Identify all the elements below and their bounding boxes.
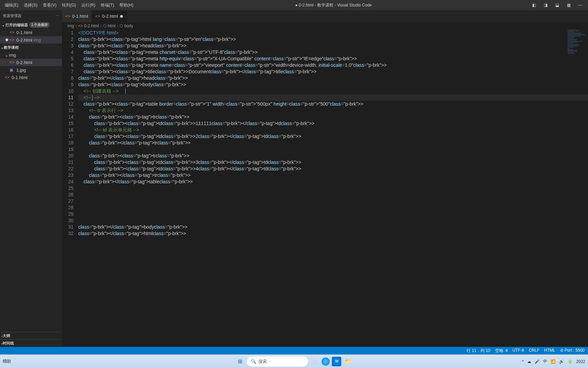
menu-terminal[interactable]: 终端(T) [98, 1, 117, 10]
open-editors-header[interactable]: ⌄ 打开的编辑器 1 个未保存 [0, 21, 62, 29]
editor-tabs: <> 0-1.html <> 0-2.html [62, 10, 588, 22]
open-editor-item[interactable]: <> 0-2.html img [0, 36, 62, 44]
tab[interactable]: <> 0-2.html [92, 10, 127, 22]
indentation[interactable]: 空格: 4 [495, 348, 508, 354]
minimap[interactable] [568, 30, 588, 71]
menu-go[interactable]: 转到(G) [59, 1, 79, 10]
edge-icon[interactable] [322, 357, 330, 366]
search-icon: 🔍 [251, 359, 256, 364]
html-icon: <> [95, 14, 100, 19]
html-icon: <> [78, 24, 83, 28]
volume-icon[interactable]: 🔊 [559, 359, 564, 364]
weather-widget[interactable]: 晴朗 [3, 358, 11, 364]
language-mode[interactable]: HTML [544, 348, 555, 354]
timeline-section[interactable]: ›时间线 [0, 339, 62, 347]
dirty-dot-icon [120, 15, 123, 18]
layout-icon-4[interactable]: ▦ [566, 3, 572, 7]
menu-run[interactable]: 运行(R) [79, 1, 98, 10]
menu-select[interactable]: 选择(S) [21, 1, 40, 10]
encoding[interactable]: UTF-8 [512, 348, 524, 354]
menu-help[interactable]: 帮助(H) [117, 1, 136, 10]
dirty-dot-icon [5, 39, 8, 41]
ime-icon[interactable]: 中 [543, 358, 547, 364]
battery-icon[interactable]: 🔋 [568, 359, 573, 364]
breadcrumb[interactable]: img › <> 0-2.html › ⬡ html › ⬡ body [62, 22, 588, 30]
window-title: ● 0-2.html - 教学课程 - Visual Studio Code [136, 2, 531, 8]
minimize-icon[interactable]: — [577, 3, 583, 7]
layout-icon-1[interactable]: ◧ [531, 3, 537, 7]
html-icon: <> [65, 14, 70, 19]
vscode-icon[interactable]: ≋ [332, 357, 341, 366]
start-button[interactable]: ⊞ [235, 357, 245, 366]
taskbar-search[interactable]: 🔍 搜索 [247, 356, 308, 367]
main-menu: 编辑(E) 选择(S) 查看(V) 转到(G) 运行(R) 终端(T) 帮助(H… [0, 1, 136, 10]
cursor-position[interactable]: 行 11，列 10 [467, 348, 490, 354]
task-view-icon[interactable]: ◫ [310, 357, 320, 366]
tree-file[interactable]: <> 0-1.html [0, 74, 62, 81]
wifi-icon[interactable]: 📶 [551, 359, 556, 364]
statusbar: 行 11，列 10 空格: 4 UTF-8 CRLF HTML ⊘ Port :… [0, 347, 588, 354]
code-editor[interactable]: 1234567891011121314151617181920212223242… [62, 30, 588, 347]
onedrive-icon[interactable]: ☁ [527, 359, 531, 364]
explorer-sidebar: 资源管理器 ⋯ ⌄ 打开的编辑器 1 个未保存 <> 0-1.html <> 0… [0, 10, 62, 347]
system-tray[interactable]: ^ ☁ 🎤 中 📶 🔊 🔋 2022 [522, 358, 585, 364]
tree-file[interactable]: <> 0-2.html [0, 59, 62, 66]
mic-icon[interactable]: 🎤 [535, 359, 540, 364]
menu-edit[interactable]: 编辑(E) [2, 1, 21, 10]
editor: <> 0-1.html <> 0-2.html img › <> 0-2.htm… [62, 10, 588, 347]
open-editor-item[interactable]: <> 0-1.html [0, 29, 62, 36]
menu-view[interactable]: 查看(V) [40, 1, 59, 10]
element-icon: ⬡ [119, 24, 123, 28]
element-icon: ⬡ [103, 24, 107, 28]
explorer-icon[interactable]: 📁 [343, 357, 353, 366]
tab[interactable]: <> 0-1.html [62, 10, 92, 22]
tree-folder-img[interactable]: ⌄ img [0, 51, 62, 59]
unsaved-badge: 1 个未保存 [29, 22, 50, 28]
tree-file[interactable]: ▣ 1.jpg [0, 66, 62, 74]
chevron-up-icon[interactable]: ^ [522, 359, 524, 364]
layout-icon-3[interactable]: ⬓ [554, 3, 560, 7]
workspace-folder[interactable]: ⌄ 教学课程 [0, 44, 62, 51]
live-server-port[interactable]: ⊘ Port : 5500 [560, 348, 585, 354]
eol[interactable]: CRLF [529, 348, 539, 354]
clock[interactable]: 2022 [576, 359, 585, 364]
explorer-title: 资源管理器 [3, 13, 21, 18]
outline-section[interactable]: ›大纲 [0, 332, 62, 339]
more-icon[interactable]: ⋯ [55, 14, 59, 18]
titlebar: 编辑(E) 选择(S) 查看(V) 转到(G) 运行(R) 终端(T) 帮助(H… [0, 0, 588, 10]
title-controls: ◧ ◨ ⬓ ▦ — [531, 3, 588, 7]
layout-icon-2[interactable]: ◨ [542, 3, 549, 7]
windows-taskbar: 晴朗 ⊞ 🔍 搜索 ◫ ≋ 📁 ^ ☁ 🎤 中 📶 🔊 🔋 2022 [0, 354, 588, 368]
